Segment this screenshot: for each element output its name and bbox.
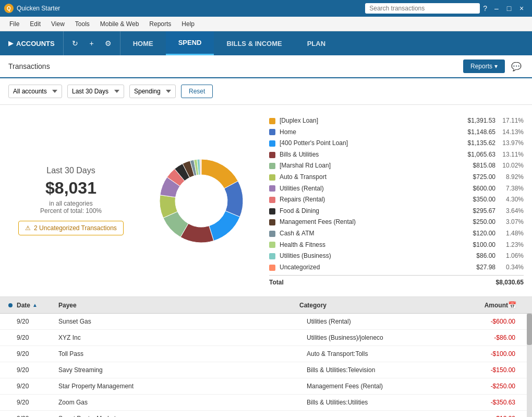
row-payee: Star Property Management <box>58 383 307 390</box>
chart-amount: $8,031 <box>45 178 96 198</box>
row-category: Utilities (Rental) <box>307 318 463 325</box>
legend-item[interactable]: Home $1,148.65 14.13% <box>269 127 524 138</box>
table-row[interactable]: 9/20 Toll Pass Auto & Transport:Tolls -$… <box>0 346 532 362</box>
tab-bills-income[interactable]: BILLS & INCOME <box>214 31 294 55</box>
sort-arrow-icon: ▲ <box>32 302 38 308</box>
legend-item-amount: $27.98 <box>454 264 495 272</box>
legend-item-name: Management Fees (Rental) <box>280 218 454 227</box>
menu-help[interactable]: Help <box>176 18 200 30</box>
legend-color-swatch <box>269 140 275 147</box>
menu-mobile[interactable]: Mobile & Web <box>95 18 144 30</box>
help-icon[interactable]: ? <box>483 4 487 13</box>
legend-item-pct: 17.11% <box>498 117 524 125</box>
row-date: 9/20 <box>17 334 58 341</box>
legend-item-name: [400 Potter's Point Loan] <box>280 139 454 148</box>
scroll-thumb[interactable] <box>527 314 532 345</box>
add-button[interactable]: + <box>84 36 99 51</box>
active-indicator <box>8 303 13 307</box>
close-button[interactable]: × <box>515 2 528 15</box>
th-payee[interactable]: Payee <box>58 302 299 309</box>
legend-item-name: Bills & Utilities <box>280 151 454 159</box>
legend-item-pct: 3.07% <box>498 218 524 227</box>
row-amount: -$150.00 <box>463 366 515 374</box>
legend-item[interactable]: Uncategorized $27.98 0.34% <box>269 262 524 273</box>
th-calendar-icon: 📅 <box>508 301 524 309</box>
th-date[interactable]: Date ▲ <box>17 302 58 309</box>
legend-color-swatch <box>269 253 275 259</box>
chart-period: Last 30 Days <box>46 166 95 175</box>
table-scroll-area: 9/20 Sunset Gas Utilities (Rental) -$600… <box>0 314 532 417</box>
table-row[interactable]: 9/20 Savy Streaming Bills & Utilities:Te… <box>0 362 532 378</box>
row-amount: -$13.99 <box>463 415 515 417</box>
tab-plan[interactable]: PLAN <box>295 31 338 55</box>
minimize-button[interactable]: – <box>490 2 503 15</box>
donut-segment[interactable] <box>209 211 240 241</box>
legend-item-amount: $1,148.65 <box>454 128 495 137</box>
message-icon[interactable]: 💬 <box>509 59 524 74</box>
table-row[interactable]: 9/20 Zoom Gas Bills & Utilities:Utilitie… <box>0 395 532 411</box>
title-bar: Q Quicken Starter ? – □ × <box>0 0 532 17</box>
menu-edit[interactable]: Edit <box>25 18 46 30</box>
tab-home[interactable]: HOME <box>120 31 166 55</box>
legend-item[interactable]: Food & Dining $295.67 3.64% <box>269 206 524 217</box>
menu-bar: File Edit View Tools Mobile & Web Report… <box>0 17 532 31</box>
legend-color-swatch <box>269 174 275 181</box>
legend-item-amount: $100.00 <box>454 241 495 249</box>
legend-item[interactable]: Bills & Utilities $1,065.63 13.11% <box>269 149 524 161</box>
legend-item[interactable]: Utilities (Business) $86.00 1.06% <box>269 251 524 262</box>
legend-item[interactable]: Cash & ATM $120.00 1.48% <box>269 228 524 240</box>
menu-file[interactable]: File <box>4 18 25 30</box>
th-amount[interactable]: Amount <box>456 302 508 309</box>
legend-color-swatch <box>269 265 275 271</box>
legend-color-swatch <box>269 163 275 169</box>
legend-item-name: Utilities (Rental) <box>280 185 454 193</box>
reset-button[interactable]: Reset <box>181 85 213 98</box>
refresh-button[interactable]: ↻ <box>68 36 82 51</box>
th-dot <box>8 303 17 307</box>
menu-view[interactable]: View <box>46 18 70 30</box>
reports-button[interactable]: Reports ▾ <box>463 59 505 73</box>
legend-item[interactable]: Health & Fitness $100.00 1.23% <box>269 240 524 251</box>
legend-color-swatch <box>269 118 275 124</box>
menu-tools[interactable]: Tools <box>70 18 95 30</box>
chart-legend: [Duplex Loan] $1,391.53 17.11% Home $1,1… <box>269 115 524 286</box>
legend-item-name: Utilities (Business) <box>280 252 454 260</box>
table-row[interactable]: 9/20 Star Property Management Management… <box>0 378 532 395</box>
legend-item-pct: 1.23% <box>498 241 524 249</box>
category-filter[interactable]: Spending <box>129 85 176 98</box>
accounts-filter[interactable]: All accounts <box>8 85 62 98</box>
legend-item[interactable]: Auto & Transport $725.00 8.92% <box>269 172 524 183</box>
scroll-bar[interactable] <box>527 314 532 417</box>
search-input[interactable] <box>365 3 480 14</box>
table-rows: 9/20 Sunset Gas Utilities (Rental) -$600… <box>0 314 532 417</box>
uncategorized-badge[interactable]: ⚠ 2 Uncategorized Transactions <box>18 221 124 235</box>
th-category[interactable]: Category <box>299 302 456 309</box>
settings-button[interactable]: ⚙ <box>101 36 116 51</box>
row-date: 9/20 <box>17 399 58 406</box>
row-amount: -$100.00 <box>463 350 515 358</box>
legend-item[interactable]: [Duplex Loan] $1,391.53 17.11% <box>269 115 524 127</box>
table-row[interactable]: 9/20 Sunset Gas Utilities (Rental) -$600… <box>0 314 532 330</box>
table-row[interactable]: 9/20 Smart Pantry Market -$13.99 <box>0 411 532 417</box>
legend-item-amount: $295.67 <box>454 207 495 216</box>
tab-spend[interactable]: SPEND <box>166 31 214 55</box>
app-logo: Q <box>4 4 14 13</box>
nav-accounts[interactable]: ▶ ACCOUNTS <box>0 31 64 55</box>
legend-item-amount: $600.00 <box>454 185 495 193</box>
legend-item-pct: 3.64% <box>498 207 524 216</box>
legend-color-swatch <box>269 231 275 237</box>
legend-item[interactable]: Utilities (Rental) $600.00 7.38% <box>269 183 524 195</box>
legend-color-swatch <box>269 185 275 192</box>
period-filter[interactable]: Last 30 Days <box>67 85 124 98</box>
menu-reports[interactable]: Reports <box>144 18 176 30</box>
table-row[interactable]: 9/20 XYZ Inc Utilities (Business)/jolene… <box>0 330 532 346</box>
row-category: Management Fees (Rental) <box>307 383 463 390</box>
total-amount: $8,030.65 <box>482 279 524 286</box>
legend-item[interactable]: [400 Potter's Point Loan] $1,135.62 13.9… <box>269 138 524 149</box>
legend-item-name: Home <box>280 128 454 137</box>
legend-item[interactable]: Management Fees (Rental) $250.00 3.07% <box>269 217 524 228</box>
legend-item[interactable]: Repairs (Rental) $350.00 4.30% <box>269 194 524 206</box>
legend-item[interactable]: [Marshal Rd Loan] $815.08 10.02% <box>269 160 524 172</box>
reports-label: Reports <box>470 63 492 70</box>
maximize-button[interactable]: □ <box>503 2 515 15</box>
